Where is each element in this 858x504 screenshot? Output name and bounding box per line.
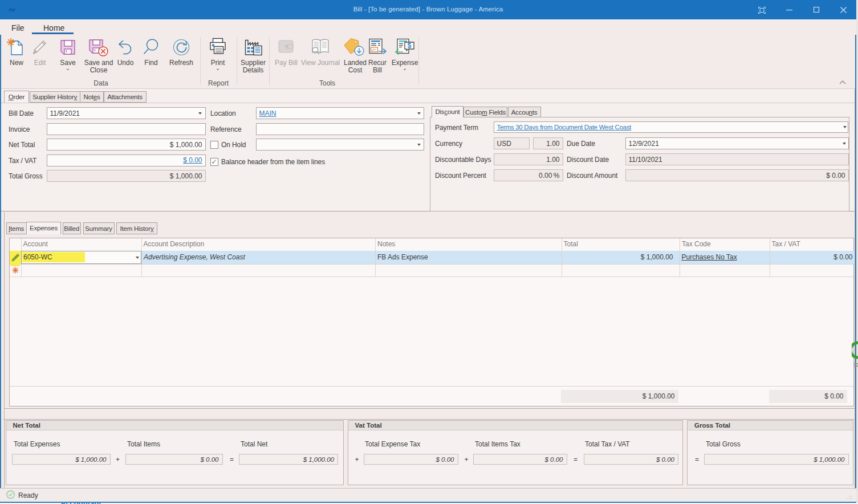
svg-text:$: $	[408, 42, 412, 50]
